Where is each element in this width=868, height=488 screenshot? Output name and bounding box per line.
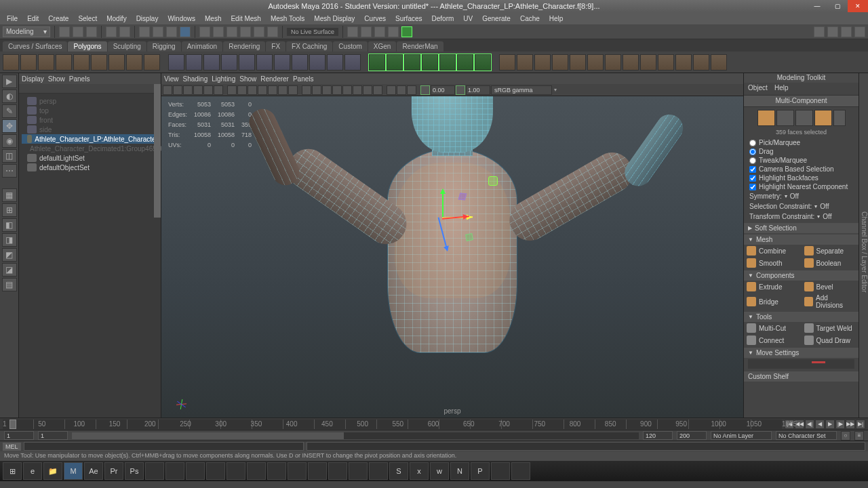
task-app11-icon[interactable] bbox=[349, 462, 368, 480]
outliner-item[interactable]: top bbox=[22, 106, 158, 115]
task-browser-icon[interactable]: e bbox=[23, 462, 42, 480]
hypershade-icon[interactable] bbox=[401, 26, 412, 37]
task-powerpoint-icon[interactable]: P bbox=[471, 462, 490, 480]
single-perspective-icon[interactable]: ▦ bbox=[2, 188, 17, 202]
poly-cube-icon[interactable] bbox=[20, 54, 37, 70]
vp-gate-mask-icon[interactable] bbox=[258, 85, 267, 95]
task-app14-icon[interactable] bbox=[511, 462, 530, 480]
custom-shelf-section[interactable]: Custom Shelf bbox=[744, 371, 859, 382]
vp-colorspace-dropdown[interactable]: sRGB gamma bbox=[491, 85, 552, 95]
snap-curve-icon[interactable] bbox=[213, 26, 224, 37]
task-app1-icon[interactable] bbox=[145, 462, 164, 480]
play-forward-icon[interactable]: ▶ bbox=[825, 420, 835, 429]
toolkit-button[interactable]: Boolean bbox=[802, 257, 859, 269]
range-end[interactable]: 120 bbox=[643, 431, 673, 440]
poly-cylinder-icon[interactable] bbox=[38, 54, 54, 70]
union-icon[interactable] bbox=[256, 54, 273, 70]
menu-surfaces[interactable]: Surfaces bbox=[391, 14, 426, 24]
bevel-icon[interactable] bbox=[404, 54, 420, 70]
collapse-icon[interactable] bbox=[552, 54, 568, 70]
task-excel-icon[interactable]: x bbox=[410, 462, 429, 480]
live-surface-field[interactable]: No Live Surface bbox=[287, 28, 338, 36]
tab-polygons[interactable]: Polygons bbox=[68, 41, 106, 52]
layout-3-icon[interactable] bbox=[841, 26, 852, 37]
select-mask-icon[interactable] bbox=[180, 26, 191, 37]
outliner-menu-panels[interactable]: Panels bbox=[69, 75, 90, 83]
save-scene-icon[interactable] bbox=[86, 26, 97, 37]
extrude-icon[interactable] bbox=[369, 54, 385, 70]
select-hierarchy-icon[interactable] bbox=[139, 26, 150, 37]
menu-mesh-display[interactable]: Mesh Display bbox=[310, 14, 359, 24]
selection-option[interactable]: Pick/Marquee bbox=[744, 138, 859, 147]
merge-icon[interactable] bbox=[570, 54, 586, 70]
vp-grease-pencil-icon[interactable] bbox=[214, 85, 223, 95]
vp-xray-icon[interactable] bbox=[397, 85, 406, 95]
menu-deform[interactable]: Deform bbox=[428, 14, 458, 24]
task-word-icon[interactable]: w bbox=[430, 462, 449, 480]
toolkit-button[interactable]: Quad Draw bbox=[802, 334, 859, 346]
fill-hole-icon[interactable] bbox=[534, 54, 551, 70]
poly-platonic-icon[interactable] bbox=[126, 54, 142, 70]
channel-box-tab[interactable]: Channel Box / Layer Editor bbox=[861, 211, 868, 293]
menu-file[interactable]: File bbox=[3, 14, 22, 24]
vp-menu-panels[interactable]: Panels bbox=[293, 75, 314, 83]
persp-graph-icon[interactable]: ◨ bbox=[2, 233, 17, 247]
menu-mesh-tools[interactable]: Mesh Tools bbox=[267, 14, 309, 24]
select-tool-icon[interactable]: ▶ bbox=[2, 75, 17, 88]
tab-rendering[interactable]: Rendering bbox=[223, 41, 265, 52]
y-axis-handle[interactable] bbox=[442, 190, 443, 217]
selection-option[interactable]: Camera Based Selection bbox=[744, 165, 859, 174]
side-tabs[interactable]: Channel Box / Layer Editor bbox=[859, 73, 868, 418]
bridge-icon[interactable] bbox=[387, 54, 403, 70]
step-forward-key-icon[interactable]: ▶▶ bbox=[846, 420, 855, 429]
step-forward-icon[interactable]: |▶ bbox=[835, 420, 845, 429]
maximize-button[interactable]: ▢ bbox=[827, 0, 848, 12]
task-skype-icon[interactable]: S bbox=[389, 462, 408, 480]
vp-menu-show[interactable]: Show bbox=[239, 75, 256, 83]
scale-tool-icon[interactable]: ◫ bbox=[2, 149, 17, 163]
menu-create[interactable]: Create bbox=[44, 14, 73, 24]
components-section[interactable]: ▼Components bbox=[744, 270, 859, 281]
task-app6-icon[interactable] bbox=[247, 462, 266, 480]
menu-windows[interactable]: Windows bbox=[163, 14, 199, 24]
tab-curves[interactable]: Curves / Surfaces bbox=[3, 41, 67, 52]
detach-icon[interactable] bbox=[587, 54, 604, 70]
task-app3-icon[interactable] bbox=[186, 462, 205, 480]
vp-shadows-icon[interactable] bbox=[342, 85, 352, 95]
vp-lock-camera-icon[interactable] bbox=[173, 85, 182, 95]
minimize-button[interactable]: — bbox=[807, 0, 827, 12]
smooth-icon[interactable] bbox=[309, 54, 326, 70]
separate-icon[interactable] bbox=[221, 54, 237, 70]
vp-field-chart-icon[interactable] bbox=[268, 85, 277, 95]
outliner-menu-show[interactable]: Show bbox=[48, 75, 65, 83]
vp-menu-renderer[interactable]: Renderer bbox=[260, 75, 289, 83]
outliner-item[interactable]: Athlete_Character_LP:Athlete_Character bbox=[22, 134, 158, 144]
time-slider[interactable]: 1501001502002503003504004505005506006507… bbox=[0, 418, 868, 430]
tab-custom[interactable]: Custom bbox=[333, 41, 367, 52]
mirror-icon[interactable] bbox=[499, 54, 515, 70]
difference-icon[interactable] bbox=[274, 54, 290, 70]
toolkit-button[interactable]: Bevel bbox=[802, 281, 859, 293]
task-app13-icon[interactable] bbox=[491, 462, 510, 480]
selection-option[interactable]: Highlight Backfaces bbox=[744, 174, 859, 182]
vp-ao-icon[interactable] bbox=[353, 85, 362, 95]
task-app2-icon[interactable] bbox=[165, 462, 184, 480]
menu-edit[interactable]: Edit bbox=[23, 14, 43, 24]
tab-fxcaching[interactable]: FX Caching bbox=[286, 41, 332, 52]
connect-icon[interactable] bbox=[457, 54, 473, 70]
target-weld-icon[interactable] bbox=[439, 54, 456, 70]
tab-fx[interactable]: FX bbox=[266, 41, 285, 52]
persp-uv-icon[interactable]: ◪ bbox=[2, 263, 17, 277]
move-settings-section[interactable]: ▼Move Settings bbox=[744, 348, 859, 358]
outliner-item[interactable]: defaultObjectSet bbox=[22, 163, 158, 172]
edge-mode-icon[interactable] bbox=[795, 110, 813, 126]
outliner-item[interactable]: persp bbox=[22, 96, 158, 106]
object-mode-icon[interactable] bbox=[757, 110, 775, 126]
mesh-section[interactable]: ▼Mesh bbox=[744, 235, 859, 245]
vp-select-camera-icon[interactable] bbox=[163, 85, 172, 95]
command-input[interactable] bbox=[24, 442, 304, 451]
poly-type-icon[interactable] bbox=[168, 54, 184, 70]
snap-surface-icon[interactable] bbox=[254, 26, 264, 37]
go-to-end-icon[interactable]: ▶| bbox=[856, 420, 865, 429]
script-editor-icon[interactable]: ▤ bbox=[2, 278, 17, 291]
